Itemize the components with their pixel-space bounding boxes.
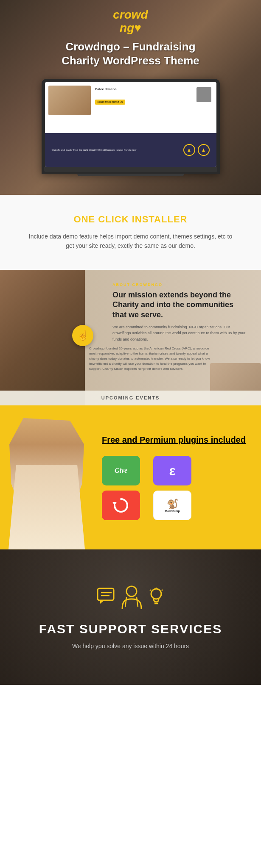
screen-icon-person2: ♟ <box>198 144 210 156</box>
demo-desc-extended: Crowdngo founded 20 years ago as the Ame… <box>89 346 212 372</box>
hero-title: Crowdngo – Fundraising Charity WordPress… <box>46 40 216 69</box>
laptop-mockup: Calee Jimena LEARN MORE ABOUT US Quickly… <box>42 79 220 176</box>
support-title: FAST SUPPORT SERVICES <box>39 622 222 636</box>
svg-point-5 <box>126 586 137 596</box>
screen-icon-person: ♟ <box>183 144 195 156</box>
plugin-give-card: Give <box>102 456 140 485</box>
plugins-grid: Give ε 🐒 MailChimp <box>102 456 199 520</box>
chat-icon <box>97 588 116 607</box>
svg-marker-4 <box>100 600 104 604</box>
plugin-elementor-card: ε <box>153 456 191 485</box>
plugin-mailchimp-card: 🐒 MailChimp <box>153 491 191 520</box>
woman-image-area <box>0 414 98 549</box>
svg-rect-1 <box>98 588 114 600</box>
svg-point-8 <box>151 589 161 599</box>
screen-top-area: Calee Jimena LEARN MORE ABOUT US <box>45 82 216 133</box>
screen-bottom-text: Quickly and Easily Find the right Charit… <box>52 148 137 152</box>
demo-preview-section: ABOUT CROWDNGO Our mission extends beyon… <box>0 270 261 405</box>
plugins-section: Free and Permium plugins included Give ε… <box>0 405 261 549</box>
laptop-screen-inner: Calee Jimena LEARN MORE ABOUT US Quickly… <box>45 82 216 167</box>
lightbulb-svg-icon <box>148 587 165 606</box>
logo-line2: ng♥ <box>120 21 141 34</box>
logo-line1: crowd <box>113 8 148 21</box>
support-description: We help ypu solve any issue within 24 ho… <box>39 641 222 651</box>
hero-content: crowd ng♥ Crowdngo – Fundraising Charity… <box>42 0 220 176</box>
refresh-icon <box>112 497 129 514</box>
laptop-stand <box>77 174 184 176</box>
elementor-logo: ε <box>169 463 175 479</box>
svg-line-12 <box>150 590 151 591</box>
support-icon-group <box>39 584 222 611</box>
plugins-title: Free and Permium plugins included <box>102 434 253 445</box>
screen-profile: Calee Jimena LEARN MORE ABOUT US <box>93 86 213 130</box>
screen-profile-image <box>196 87 211 102</box>
demo-body-text: We are committed to community fundraisin… <box>112 324 248 342</box>
laptop-screen: Calee Jimena LEARN MORE ABOUT US Quickly… <box>45 82 216 167</box>
svg-marker-0 <box>112 502 117 505</box>
hero-section: crowd ng♥ Crowdngo – Fundraising Charity… <box>0 0 261 195</box>
demo-content: ABOUT CROWDNGO Our mission extends beyon… <box>112 283 248 342</box>
person-support-icon <box>120 584 143 611</box>
svg-line-7 <box>137 597 138 607</box>
give-logo: Give <box>115 467 127 474</box>
woman-body <box>8 465 85 549</box>
laptop-base <box>44 167 217 172</box>
installer-section: ONE CLICK INSTALLER Include data demo fe… <box>0 195 261 270</box>
screen-bottom-icons: ♟ ♟ <box>183 144 210 156</box>
screen-image <box>48 86 91 115</box>
support-person-icon <box>120 584 143 611</box>
plugins-right-content: Free and Permium plugins included Give ε… <box>93 422 261 533</box>
installer-title: ONE CLICK INSTALLER <box>17 214 244 225</box>
screen-cta-button[interactable]: LEARN MORE ABOUT US <box>95 100 126 105</box>
person-icon: ♟ <box>187 148 191 153</box>
lightbulb-icon <box>148 587 165 608</box>
logo-container: crowd ng♥ <box>113 8 148 35</box>
support-section: FAST SUPPORT SERVICES We help ypu solve … <box>0 549 261 685</box>
mailchimp-logo: 🐒 MailChimp <box>160 495 185 516</box>
finger-click-icon: ☝ <box>72 325 93 346</box>
demo-bottom-bar: UPCOMING EVENTS <box>0 391 261 405</box>
finger-icon: ☝ <box>77 330 89 341</box>
laptop-outer: Calee Jimena LEARN MORE ABOUT US Quickly… <box>42 79 220 174</box>
mailchimp-text: MailChimp <box>165 510 180 513</box>
installer-description: Include data demo feature helps import d… <box>25 232 237 251</box>
logo: crowd ng♥ <box>113 8 148 35</box>
chat-bubble-icon <box>97 588 116 605</box>
screen-bottom-area: Quickly and Easily Find the right Charit… <box>45 133 216 167</box>
demo-label: ABOUT CROWDNGO <box>112 283 248 287</box>
support-content: FAST SUPPORT SERVICES We help ypu solve … <box>39 584 222 651</box>
screen-profile-name: Calee Jimena <box>95 87 211 91</box>
upcoming-events-label: UPCOMING EVENTS <box>101 395 160 400</box>
svg-line-6 <box>125 597 126 607</box>
svg-line-13 <box>162 590 163 591</box>
plugin-revolution-card <box>102 491 140 520</box>
demo-heading: Our mission extends beyond the Charity a… <box>112 290 248 320</box>
mailchimp-icon: 🐒 <box>167 499 178 510</box>
person2-icon: ♟ <box>202 148 205 153</box>
